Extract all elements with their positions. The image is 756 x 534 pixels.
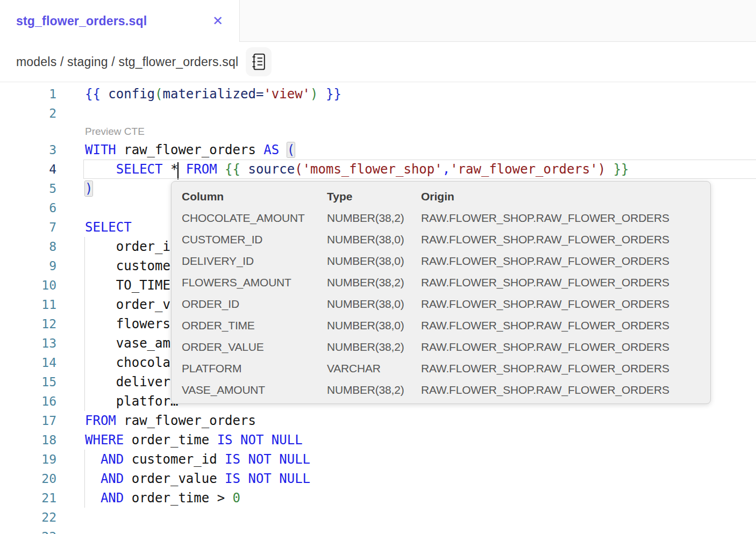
line-number[interactable]: 6	[0, 198, 56, 218]
code-text: vase_am	[85, 334, 170, 353]
code-text: deliver	[85, 372, 170, 392]
code-line[interactable]: 17FROM raw_flower_orders	[0, 411, 756, 430]
popup-cell-column: ORDER_VALUE	[182, 341, 327, 353]
code-text: flowers	[85, 314, 170, 334]
code-line[interactable]: 2	[0, 104, 756, 123]
code-text: AND order_value IS NOT NULL	[85, 469, 310, 488]
code-text: TO_TIME	[85, 276, 170, 295]
popup-cell-origin: RAW.FLOWER_SHOP.RAW_FLOWER_ORDERS	[421, 341, 710, 353]
popup-cell-column: ORDER_ID	[182, 298, 327, 311]
line-number[interactable]: 7	[0, 218, 56, 237]
popup-cell-type: NUMBER(38,0)	[327, 233, 421, 246]
code-line[interactable]: 4 SELECT * FROM {{ source('moms_flower_s…	[0, 160, 756, 179]
popup-cell-origin: RAW.FLOWER_SHOP.RAW_FLOWER_ORDERS	[421, 276, 710, 289]
popup-cell-column: VASE_AMOUNT	[182, 384, 327, 396]
code-text: WHERE order_time IS NOT NULL	[85, 430, 303, 450]
popup-cell-origin: RAW.FLOWER_SHOP.RAW_FLOWER_ORDERS	[421, 362, 710, 375]
popup-cell-column: CHOCOLATE_AMOUNT	[182, 212, 327, 225]
line-number[interactable]: 19	[0, 450, 56, 469]
popup-cell-origin: RAW.FLOWER_SHOP.RAW_FLOWER_ORDERS	[421, 384, 710, 396]
line-number[interactable]: 9	[0, 256, 56, 276]
popup-cell-column: FLOWERS_AMOUNT	[182, 276, 327, 289]
column-info-row: CHOCOLATE_AMOUNTNUMBER(38,2)RAW.FLOWER_S…	[182, 207, 710, 229]
code-text: SELECT * FROM {{ source('moms_flower_sho…	[85, 160, 629, 179]
code-text: {{ config(materialized='view') }}	[85, 84, 341, 104]
popup-cell-type: NUMBER(38,2)	[327, 384, 421, 396]
code-text: platfor…	[85, 392, 178, 411]
line-number[interactable]: 17	[0, 411, 56, 430]
tab-stg-flower-orders[interactable]: stg_flower_orders.sql ✕	[0, 0, 239, 42]
code-text: AND customer_id IS NOT NULL	[85, 450, 310, 469]
line-number[interactable]: 2	[0, 104, 56, 123]
code-text: order_i	[85, 237, 170, 256]
popup-cell-origin: RAW.FLOWER_SHOP.RAW_FLOWER_ORDERS	[421, 319, 710, 332]
code-line[interactable]: 23	[0, 527, 756, 534]
code-line[interactable]: 18WHERE order_time IS NOT NULL	[0, 430, 756, 450]
popup-header-cell: Column	[182, 190, 327, 203]
line-number[interactable]: 1	[0, 84, 56, 104]
code-text: order_v	[85, 295, 170, 314]
code-line[interactable]: 1{{ config(materialized='view') }}	[0, 84, 756, 104]
popup-cell-type: NUMBER(38,0)	[327, 298, 421, 311]
code-line[interactable]: 21 AND order_time > 0	[0, 488, 756, 508]
file-lineage-button[interactable]	[246, 47, 272, 76]
tab-bar: stg_flower_orders.sql ✕	[0, 0, 756, 42]
line-number[interactable]: 18	[0, 430, 56, 450]
popup-cell-type: NUMBER(38,0)	[327, 255, 421, 268]
popup-cell-origin: RAW.FLOWER_SHOP.RAW_FLOWER_ORDERS	[421, 298, 710, 311]
popup-cell-column: CUSTOMER_ID	[182, 233, 327, 246]
tab-title: stg_flower_orders.sql	[16, 14, 147, 28]
column-info-row: PLATFORMVARCHARRAW.FLOWER_SHOP.RAW_FLOWE…	[182, 358, 710, 379]
popup-header-cell: Type	[327, 190, 421, 203]
code-text: FROM raw_flower_orders	[85, 411, 256, 430]
code-line[interactable]: 3WITH raw_flower_orders AS (	[0, 140, 756, 160]
column-info-row: CUSTOMER_IDNUMBER(38,0)RAW.FLOWER_SHOP.R…	[182, 229, 710, 250]
breadcrumb-bar: models / staging / stg_flower_orders.sql	[0, 42, 756, 82]
column-info-row: ORDER_VALUENUMBER(38,2)RAW.FLOWER_SHOP.R…	[182, 336, 710, 358]
popup-header-row: ColumnTypeOrigin	[182, 186, 710, 207]
column-info-row: VASE_AMOUNTNUMBER(38,2)RAW.FLOWER_SHOP.R…	[182, 379, 710, 401]
line-number[interactable]: 20	[0, 469, 56, 488]
code-text: )	[85, 179, 92, 198]
code-text: custome	[85, 256, 170, 276]
popup-cell-origin: RAW.FLOWER_SHOP.RAW_FLOWER_ORDERS	[421, 255, 710, 268]
line-number[interactable]: 14	[0, 353, 56, 372]
column-info-row: ORDER_TIMENUMBER(38,0)RAW.FLOWER_SHOP.RA…	[182, 315, 710, 336]
popup-header-cell: Origin	[421, 190, 710, 203]
journal-icon	[251, 53, 266, 70]
line-number[interactable]: 10	[0, 276, 56, 295]
line-number[interactable]: 5	[0, 179, 56, 198]
line-number[interactable]: 13	[0, 334, 56, 353]
close-tab-icon[interactable]: ✕	[212, 15, 223, 27]
column-info-row: ORDER_IDNUMBER(38,0)RAW.FLOWER_SHOP.RAW_…	[182, 293, 710, 315]
code-text: SELECT	[85, 218, 132, 237]
breadcrumb[interactable]: models / staging / stg_flower_orders.sql	[16, 55, 238, 69]
line-number[interactable]: 21	[0, 488, 56, 508]
tab-strip-empty-area	[239, 0, 756, 42]
code-line[interactable]: 19 AND customer_id IS NOT NULL	[0, 450, 756, 469]
popup-cell-origin: RAW.FLOWER_SHOP.RAW_FLOWER_ORDERS	[421, 233, 710, 246]
code-line[interactable]: 20 AND order_value IS NOT NULL	[0, 469, 756, 488]
code-lens[interactable]: Preview CTE	[0, 123, 756, 140]
column-info-row: FLOWERS_AMOUNTNUMBER(38,2)RAW.FLOWER_SHO…	[182, 272, 710, 293]
popup-cell-type: VARCHAR	[327, 362, 421, 375]
code-text: WITH raw_flower_orders AS (	[85, 140, 295, 160]
line-number[interactable]: 22	[0, 508, 56, 527]
line-number[interactable]: 23	[0, 527, 56, 534]
code-text: chocola	[85, 353, 170, 372]
indent-guide	[84, 450, 85, 508]
code-line[interactable]: 22	[0, 508, 756, 527]
line-number[interactable]: 11	[0, 295, 56, 314]
indent-guide	[84, 237, 85, 411]
popup-cell-column: PLATFORM	[182, 362, 327, 375]
popup-cell-type: NUMBER(38,2)	[327, 276, 421, 289]
column-info-popup: ColumnTypeOriginCHOCOLATE_AMOUNTNUMBER(3…	[171, 181, 711, 404]
line-number[interactable]: 16	[0, 392, 56, 411]
line-number[interactable]: 4	[0, 160, 56, 179]
line-number[interactable]: 8	[0, 237, 56, 256]
line-number[interactable]: 3	[0, 140, 56, 160]
popup-cell-type: NUMBER(38,2)	[327, 212, 421, 225]
line-number[interactable]: 15	[0, 372, 56, 392]
popup-cell-origin: RAW.FLOWER_SHOP.RAW_FLOWER_ORDERS	[421, 212, 710, 225]
line-number[interactable]: 12	[0, 314, 56, 334]
